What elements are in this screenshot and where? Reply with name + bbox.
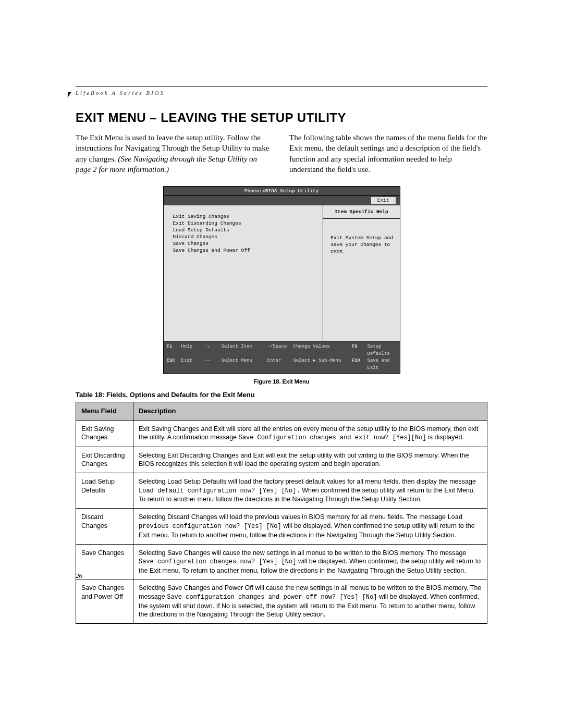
bios-menu-item: Load Setup Defaults — [173, 227, 318, 233]
bios-key: Enter — [267, 357, 293, 372]
bios-key: F1 — [167, 343, 181, 357]
intro-columns: The Exit Menu is used to leave the setup… — [76, 132, 487, 175]
bios-menu-item: Save Changes and Power Off — [173, 248, 318, 253]
cell-menu-field: Exit Saving Changes — [76, 420, 133, 447]
fields-table: Menu Field Description Exit Saving Chang… — [76, 402, 487, 624]
cell-menu-field: Load Setup Defaults — [76, 473, 133, 509]
page-title: EXIT MENU – LEAVING THE SETUP UTILITY — [76, 110, 487, 125]
bios-help-text: Exit System Setup and save your changes … — [323, 219, 399, 261]
running-head: LifeBook A Series BIOS — [76, 90, 487, 96]
bios-help-title: Item Specific Help — [323, 205, 399, 219]
cell-description: Selecting Save Changes will cause the ne… — [133, 544, 487, 579]
table-row: Save ChangesSelecting Save Changes will … — [76, 544, 487, 579]
bios-key: F9 — [352, 343, 368, 357]
bios-menu-item: Discard Changes — [173, 234, 318, 240]
bios-menu-list: Exit Saving Changes Exit Discarding Chan… — [164, 205, 324, 341]
bios-screenshot: PhoenixBIOS Setup Utility Exit Exit Savi… — [163, 186, 400, 374]
bios-menu-item: Exit Discarding Changes — [173, 220, 318, 226]
bios-key-label: Select ▶ Sub-Menu — [293, 357, 352, 372]
bios-menu-item: Save Changes — [173, 241, 318, 246]
cell-description: Selecting Discard Changes will load the … — [133, 509, 487, 544]
cell-menu-field: Discard Changes — [76, 509, 133, 544]
bios-menu-item: Exit Saving Changes — [173, 214, 318, 219]
bios-tab-exit: Exit — [371, 197, 396, 204]
table-row: Discard ChangesSelecting Discard Changes… — [76, 509, 487, 544]
bios-key-label: Select Item — [222, 343, 267, 357]
bios-key: F10 — [352, 357, 368, 372]
cell-description: Selecting Exit Discarding Changes and Ex… — [133, 447, 487, 473]
bios-key: ←→ — [205, 357, 222, 372]
table-row: Exit Discarding ChangesSelecting Exit Di… — [76, 447, 487, 473]
bios-tab-bar: Exit — [164, 196, 400, 205]
bios-window-title: PhoenixBIOS Setup Utility — [164, 187, 400, 196]
cell-description: Selecting Save Changes and Power Off wil… — [133, 579, 487, 624]
cell-description: Selecting Load Setup Defaults will load … — [133, 473, 487, 509]
bios-key: -/Space — [267, 343, 293, 357]
cell-description: Exit Saving Changes and Exit will store … — [133, 420, 487, 447]
bios-footer: F1 Help ↑↓ Select Item -/Space Change Va… — [164, 341, 400, 374]
bios-key-label: Change Values — [293, 343, 352, 357]
bios-key-label: Select Menu — [222, 357, 267, 372]
table-caption: Table 18: Fields, Options and Defaults f… — [76, 391, 487, 399]
cell-menu-field: Save Changes — [76, 544, 133, 579]
bios-key-label: Help — [181, 343, 205, 357]
cell-menu-field: Save Changes and Power Off — [76, 579, 133, 624]
bios-key: ↑↓ — [205, 343, 222, 357]
bios-key-label: Setup Defaults — [368, 343, 397, 357]
intro-col2-text: The following table shows the names of t… — [289, 132, 487, 175]
bios-key: ESC — [167, 357, 181, 372]
bios-key-label: Save and Exit — [368, 357, 397, 372]
col-header-description: Description — [133, 402, 487, 421]
col-header-menu-field: Menu Field — [76, 402, 133, 421]
figure-caption: Figure 18. Exit Menu — [76, 378, 487, 385]
page-number: 26 — [76, 572, 82, 580]
table-row: Save Changes and Power OffSelecting Save… — [76, 579, 487, 624]
bios-key-label: Exit — [181, 357, 205, 372]
table-row: Load Setup DefaultsSelecting Load Setup … — [76, 473, 487, 509]
header-marker-icon — [67, 92, 71, 97]
cell-menu-field: Exit Discarding Changes — [76, 447, 133, 473]
table-row: Exit Saving ChangesExit Saving Changes a… — [76, 420, 487, 447]
